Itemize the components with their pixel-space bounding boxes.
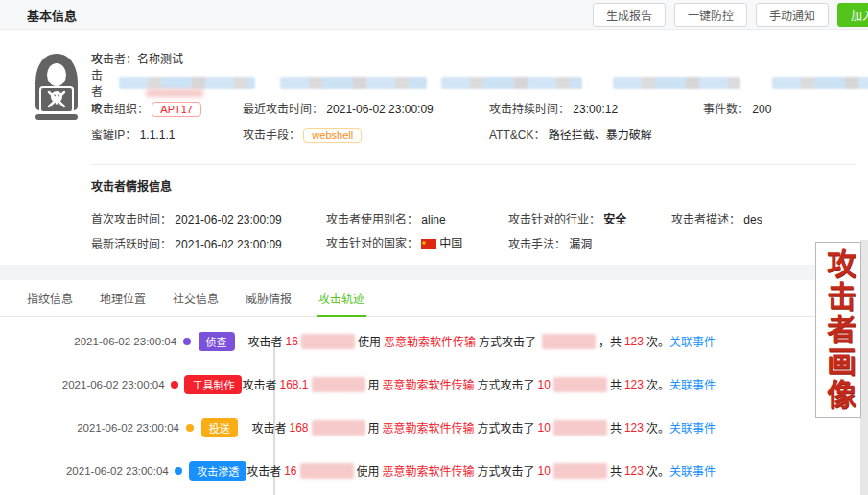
one-click-control-button[interactable]: 一键防控 [674,3,747,27]
attack-phase-badge: 侦查 [199,332,235,351]
timeline-dot [171,381,178,389]
attacker-name-row: 攻击者： 名称测试 [91,45,868,70]
attacker-ip-row: 攻击者IP： [91,70,868,95]
event-description: 攻击者16使用 恶意勒索软件传输方式攻击了 10 共123次。 [246,462,669,479]
intel-row-2: 最新活跃时间： 2021-06-02 23:00:09 攻击针对的国家： 中国 … [91,230,855,255]
redaction-smudge [146,89,203,97]
attacker-intel-section: 攻击者情报信息 首次攻击时间： 2021-06-02 23:00:09 攻击者使… [91,164,855,255]
related-events-link[interactable]: 关联事件 [669,462,716,479]
redacted-ip [300,463,354,479]
redacted-ip-segment [280,77,427,89]
tab-fingerprint-info[interactable]: 指纹信息 [25,280,75,317]
event-description: 攻击者168用 恶意勒索软件传输方式攻击了 10 共123次。 [251,419,669,436]
related-events-link[interactable]: 关联事件 [669,376,716,392]
target-industry-label: 攻击针对的行业： [508,213,600,226]
attck-label: ATT&CK： [489,129,545,142]
event-timestamp: 2021-06-02 23:00:04 [0,379,165,390]
last-active-time-label: 最新活跃时间： [91,238,172,251]
intel-row-1: 首次攻击时间： 2021-06-02 23:00:09 攻击者使用别名： ali… [91,205,855,230]
redacted-target [553,420,607,436]
event-description: 攻击者16使用 恶意勒索软件传输方式攻击了 ，共123次。 [248,333,669,349]
attck-value: 路径拦截、暴力破解 [549,129,652,142]
timeline-event-row: 2021-06-02 23:00:04 工具制作 攻击者168.1用 恶意勒索软… [0,363,716,406]
redacted-target [553,463,607,479]
attacker-profile-page: 基本信息 生成报告 一键防控 手动通知 加入白名单 攻击者： [0,0,868,495]
attack-trajectory-timeline: 2021-06-02 23:00:04 侦查 攻击者16使用 恶意勒索软件传输方… [0,317,868,495]
attack-org-label: 攻击组织： [91,103,149,116]
last-active-time-value: 2021-06-02 23:00:09 [175,238,281,251]
redacted-ip-segment [441,77,582,89]
redacted-ip [301,334,355,349]
first-attack-time-value: 2021-06-02 23:00:09 [175,213,281,226]
honeypot-ip-value: 1.1.1.1 [140,129,176,142]
event-timestamp: 2021-06-02 23:00:04 [0,465,169,477]
attacker-name-value: 名称测试 [137,50,183,66]
timeline-event-row: 2021-06-02 23:00:04 投送 攻击者168用 恶意勒索软件传输方… [0,406,716,449]
page-title: 基本信息 [27,6,77,24]
target-country-label: 攻击针对的国家： [326,237,418,250]
redacted-ip-list [119,77,868,89]
detail-tabs: 指纹信息 地理位置 社交信息 威胁情报 攻击轨迹 [0,280,868,317]
section-divider-band [0,265,868,280]
attack-method-row: 蜜罐IP： 1.1.1.1 攻击手段： webshell ATT&CK： 路径拦… [91,121,868,147]
manual-notify-button[interactable]: 手动通知 [756,3,829,27]
generate-report-button[interactable]: 生成报告 [593,3,666,27]
attack-technique-label: 攻击手法： [508,238,566,251]
attacker-portrait-watermark: 攻击者画像 [815,242,861,418]
redacted-ip [312,420,365,436]
tab-threat-intel[interactable]: 威胁情报 [244,280,293,317]
timeline-dot [183,338,191,345]
timeline-dot [186,424,194,432]
tab-geo-location[interactable]: 地理位置 [98,280,148,317]
apt-group-tag: APT17 [152,102,201,117]
attacker-summary-section: 攻击者： 名称测试 攻击者IP： 攻击组织： APT17 最近攻击时间： 202… [0,30,868,156]
redacted-ip [312,377,365,392]
related-events-link[interactable]: 关联事件 [669,333,716,349]
attacker-desc-label: 攻击者描述： [671,213,740,226]
attack-phase-badge: 攻击渗透 [189,461,246,481]
attack-duration-label: 攻击持续时间： [489,103,570,116]
event-count-value: 200 [752,103,771,116]
event-timestamp: 2021-06-02 23:00:04 [0,422,179,434]
intel-section-title: 攻击者情报信息 [91,177,855,194]
header-bar: 基本信息 生成报告 一键防控 手动通知 加入白名单 [0,0,868,30]
redacted-ip-segment [119,77,255,89]
tab-social-info[interactable]: 社交信息 [171,280,221,317]
attack-duration-value: 23:00:12 [573,103,618,116]
target-industry-value: 安全 [603,213,626,226]
add-to-whitelist-button[interactable]: 加入白名单 [837,3,868,27]
watermark-text: 攻击者画像 [822,248,855,412]
hacker-avatar-icon [27,51,86,130]
related-events-link[interactable]: 关联事件 [669,419,716,436]
redacted-ip-segment [613,77,740,89]
tab-attack-trajectory[interactable]: 攻击轨迹 [317,280,366,317]
redacted-target [542,334,596,349]
china-flag-icon [421,239,436,252]
event-count-label: 事件数： [703,103,749,116]
attack-stats-row: 攻击组织： APT17 最近攻击时间： 2021-06-02 23:00:09 … [91,95,868,121]
timeline-event-row: 2021-06-02 23:00:04 攻击渗透 攻击者16使用 恶意勒索软件传… [0,449,716,492]
webshell-tag: webshell [303,128,362,143]
attack-method-label: 攻击手段： [243,129,300,142]
recent-attack-time-value: 2021-06-02 23:00:09 [326,103,433,116]
honeypot-ip-label: 蜜罐IP： [91,129,136,142]
alias-value: aline [421,213,445,226]
attack-phase-badge: 投送 [201,418,238,437]
recent-attack-time-label: 最近攻击时间： [243,103,323,116]
redacted-target [553,377,607,392]
target-country-value: 中国 [439,237,462,250]
attack-technique-value: 漏洞 [569,238,592,251]
attack-phase-badge: 工具制作 [184,375,242,394]
header-actions: 生成报告 一键防控 手动通知 加入白名单 [593,3,868,27]
attacker-desc-value: des [743,213,762,226]
first-attack-time-label: 首次攻击时间： [91,213,172,226]
event-timestamp: 2021-06-02 23:00:04 [0,336,176,347]
alias-label: 攻击者使用别名： [326,213,418,226]
event-description: 攻击者168.1用 恶意勒索软件传输方式攻击了 10 共123次。 [242,376,669,392]
redacted-ip-segment [772,77,868,89]
timeline-dot [175,467,182,475]
right-edge-strip [860,240,868,495]
timeline-event-row: 2021-06-02 23:00:04 侦查 攻击者16使用 恶意勒索软件传输方… [0,319,716,363]
